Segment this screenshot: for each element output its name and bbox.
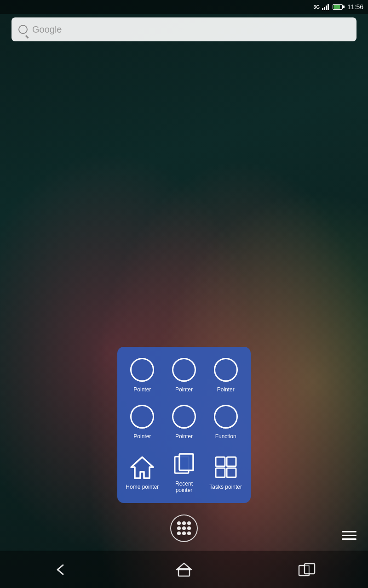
network-type: 3G <box>314 5 320 10</box>
back-button[interactable] <box>45 558 77 581</box>
pointer-button-1[interactable]: Pointer <box>123 352 162 396</box>
menu-button[interactable] <box>339 529 359 542</box>
all-apps-button[interactable] <box>170 514 198 542</box>
recent-pointer-button[interactable]: Recent pointer <box>165 447 204 498</box>
dot-3 <box>187 521 191 525</box>
svg-rect-6 <box>216 468 225 477</box>
search-icon <box>18 25 28 34</box>
pointer-label-2: Pointer <box>175 386 193 393</box>
pointer-icon-1 <box>128 356 156 384</box>
tasks-pointer-label: Tasks pointer <box>209 484 242 490</box>
recent-pointer-label: Recent pointer <box>167 481 202 494</box>
search-circle <box>18 25 28 34</box>
pointer-label-5: Pointer <box>175 433 193 440</box>
bottom-nav-bar <box>0 551 368 588</box>
svg-rect-2 <box>179 454 193 470</box>
pointer-label-1: Pointer <box>133 386 151 393</box>
menu-line-3 <box>342 538 356 540</box>
tasks-pointer-icon <box>212 453 240 481</box>
battery-icon <box>333 4 343 10</box>
recents-button[interactable] <box>291 558 323 581</box>
dot-5 <box>182 526 186 530</box>
home-pointer-label: Home pointer <box>126 484 159 490</box>
home-pointer-button[interactable]: Home pointer <box>123 447 162 498</box>
pointer-button-2[interactable]: Pointer <box>165 352 204 396</box>
dot-9 <box>187 531 191 535</box>
function-icon <box>212 403 240 430</box>
menu-line-1 <box>342 531 356 532</box>
svg-rect-11 <box>305 564 315 574</box>
battery-fill <box>334 5 340 9</box>
function-label: Function <box>215 433 236 440</box>
recents-icon <box>298 563 316 577</box>
pointer-button-5[interactable]: Pointer <box>165 399 204 443</box>
home-nav-icon <box>176 562 192 577</box>
circle-3 <box>214 358 238 382</box>
pointer-icon-5 <box>170 403 198 430</box>
circle-1 <box>130 358 154 382</box>
status-icons: 3G 11:56 <box>314 3 363 11</box>
status-bar: 3G 11:56 <box>0 0 368 14</box>
search-bar[interactable]: Google <box>12 17 356 41</box>
recent-pointer-icon <box>170 450 198 478</box>
dot-2 <box>182 521 186 525</box>
tasks-pointer-button[interactable]: Tasks pointer <box>206 447 245 498</box>
svg-rect-4 <box>216 457 225 466</box>
pointer-label-4: Pointer <box>133 433 151 440</box>
pointer-icon-3 <box>212 356 240 384</box>
dot-8 <box>182 531 186 535</box>
home-pointer-icon <box>128 453 156 481</box>
search-placeholder: Google <box>32 24 62 35</box>
circle-4 <box>130 405 154 429</box>
back-icon <box>54 563 69 576</box>
pointer-icon-4 <box>128 403 156 430</box>
pointer-icon-2 <box>170 356 198 384</box>
signal-bars <box>322 4 329 10</box>
widget-panel: Pointer Pointer Pointer Pointer Pointer … <box>117 347 251 503</box>
svg-marker-0 <box>131 457 153 478</box>
dot-6 <box>187 526 191 530</box>
svg-rect-5 <box>227 457 236 466</box>
circle-2 <box>172 358 196 382</box>
svg-rect-7 <box>227 468 236 477</box>
search-handle <box>25 35 29 38</box>
dot-7 <box>177 531 181 535</box>
time-display: 11:56 <box>347 3 363 11</box>
apps-grid-icon <box>177 521 191 535</box>
dot-4 <box>177 526 181 530</box>
circle-6 <box>214 405 238 429</box>
menu-line-2 <box>342 535 356 536</box>
function-button[interactable]: Function <box>206 399 245 443</box>
pointer-label-3: Pointer <box>217 386 235 393</box>
circle-5 <box>172 405 196 429</box>
home-button[interactable] <box>168 558 200 581</box>
pointer-button-4[interactable]: Pointer <box>123 399 162 443</box>
pointer-button-3[interactable]: Pointer <box>206 352 245 396</box>
dot-1 <box>177 521 181 525</box>
